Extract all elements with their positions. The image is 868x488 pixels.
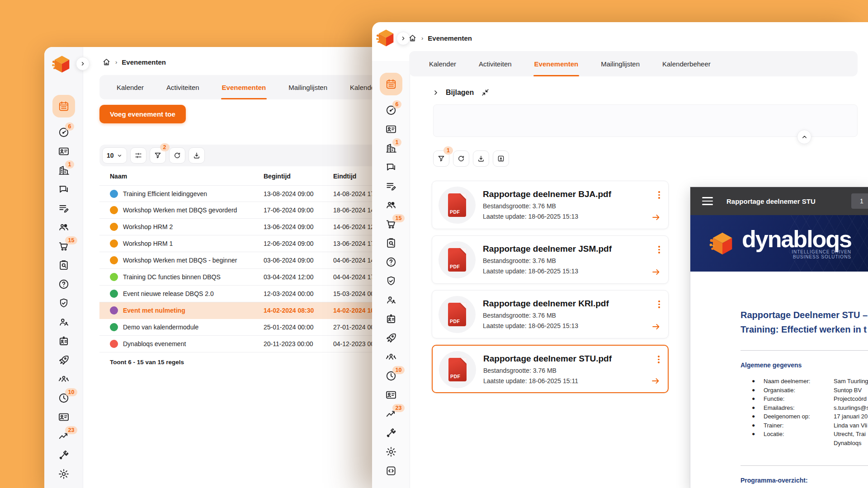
attachments-drop-area[interactable] bbox=[433, 104, 858, 137]
col-naam[interactable]: Naam bbox=[110, 173, 264, 180]
sidebar-item-gear[interactable] bbox=[385, 446, 397, 458]
attachment-card[interactable]: PDFRapportage deelnemer STU.pdfBestandsg… bbox=[432, 345, 669, 393]
col-begintijd[interactable]: Begintijd bbox=[264, 173, 333, 180]
sidebar-item-contact-card[interactable] bbox=[58, 145, 70, 157]
sidebar-item-code-box[interactable] bbox=[385, 465, 397, 477]
attachment-card[interactable]: PDFRapportage deelnemer KRI.pdfBestandsg… bbox=[432, 290, 669, 338]
sidebar-item-contact-card-2[interactable] bbox=[58, 411, 70, 423]
sidebar-item-shield-check[interactable] bbox=[58, 297, 70, 309]
breadcrumb-separator-icon: › bbox=[421, 35, 423, 42]
contact-card-2-icon bbox=[58, 411, 70, 423]
refresh-button[interactable] bbox=[169, 147, 185, 164]
sidebar-item-id-badge[interactable] bbox=[58, 335, 70, 347]
collapse-panel-button[interactable] bbox=[797, 130, 811, 144]
kebab-menu-icon[interactable] bbox=[658, 191, 660, 199]
filter-button[interactable]: 2 bbox=[150, 147, 166, 164]
sidebar-item-people[interactable] bbox=[385, 199, 397, 211]
files-toolbar: 1 bbox=[433, 148, 509, 169]
sidebar-item-id-badge[interactable] bbox=[385, 313, 397, 325]
event-name: Demo van kalendermodule bbox=[123, 324, 198, 331]
sidebar-item-contact-card-2[interactable] bbox=[385, 389, 397, 401]
collapse-section-icon[interactable] bbox=[481, 88, 490, 97]
sidebar-item-rocket[interactable] bbox=[58, 354, 70, 366]
sidebar-item-question[interactable] bbox=[385, 256, 397, 268]
sidebar-item-clock[interactable]: 10 bbox=[385, 370, 397, 382]
sidebar-item-gauge[interactable]: 6 bbox=[58, 127, 70, 138]
add-event-button[interactable]: Voeg evenement toe bbox=[99, 105, 186, 123]
attachment-card[interactable]: PDFRapportage deelnemer JSM.pdfBestandsg… bbox=[432, 235, 669, 284]
sidebar-item-cart[interactable]: 15 bbox=[58, 240, 70, 252]
sidebar-item-gauge[interactable]: 6 bbox=[385, 104, 397, 116]
menu-icon[interactable] bbox=[702, 197, 713, 205]
sidebar-item-chat[interactable] bbox=[385, 161, 397, 173]
open-file-arrow-icon[interactable] bbox=[651, 267, 661, 277]
archive-download-button[interactable] bbox=[493, 150, 509, 167]
detail-row: ●Naam deelnemer:Sam Tuurlings bbox=[752, 377, 868, 386]
sidebar-item-rocket[interactable] bbox=[385, 332, 397, 344]
event-start: 13-08-2024 09:00 bbox=[264, 190, 333, 197]
bullet: ● bbox=[752, 377, 764, 386]
page-size-select[interactable]: 10 bbox=[102, 147, 127, 164]
file-updated: Laatste update: 18-06-2025 15:11 bbox=[483, 377, 668, 385]
sidebar-item-people[interactable] bbox=[58, 221, 70, 233]
open-file-arrow-icon[interactable] bbox=[651, 376, 660, 386]
download-button[interactable] bbox=[189, 147, 205, 164]
sidebar-item-list-edit[interactable] bbox=[58, 202, 70, 214]
open-file-arrow-icon[interactable] bbox=[651, 212, 661, 222]
download-icon bbox=[477, 155, 485, 163]
tab-evenementen[interactable]: Evenementen bbox=[533, 51, 580, 76]
event-color-dot bbox=[110, 340, 118, 348]
sidebar-item-user-group[interactable] bbox=[58, 316, 70, 328]
window-event-detail: 61151023 › Evenementen KalenderActivitei… bbox=[372, 22, 868, 488]
page-number[interactable]: 1 bbox=[851, 193, 868, 209]
tab-kalender[interactable]: Kalender bbox=[116, 75, 145, 99]
tab-kalender[interactable]: Kalender bbox=[428, 51, 457, 76]
sidebar-item-user-group[interactable] bbox=[385, 294, 397, 306]
sidebar-expand-button[interactable] bbox=[76, 57, 90, 70]
sidebar-item-clock[interactable]: 10 bbox=[58, 392, 70, 404]
sidebar-item-list-edit[interactable] bbox=[385, 180, 397, 192]
open-file-arrow-icon[interactable] bbox=[651, 322, 661, 332]
tab-mailinglijsten[interactable]: Mailinglijsten bbox=[288, 75, 328, 99]
sidebar-item-shield-check[interactable] bbox=[385, 275, 397, 287]
kebab-menu-icon[interactable] bbox=[658, 300, 660, 308]
sidebar-item-question[interactable] bbox=[58, 278, 70, 290]
home-icon[interactable] bbox=[408, 34, 417, 42]
filter-button[interactable]: 1 bbox=[433, 150, 449, 167]
sidebar-item-clipboard-search[interactable] bbox=[385, 237, 397, 249]
chevron-right-icon[interactable] bbox=[432, 89, 439, 96]
download-button[interactable] bbox=[473, 150, 489, 167]
sidebar-item-calendar[interactable] bbox=[380, 73, 402, 95]
shield-check-icon bbox=[58, 297, 70, 309]
tab-kalenderbeheer[interactable]: Kalenderbeheer bbox=[661, 51, 712, 76]
sidebar-item-building[interactable]: 1 bbox=[385, 142, 397, 154]
kebab-menu-icon[interactable] bbox=[658, 356, 660, 363]
sidebar-item-gear[interactable] bbox=[58, 468, 70, 480]
badge: 23 bbox=[392, 404, 405, 412]
detail-label: Trainer: bbox=[764, 421, 834, 430]
tab-activiteiten[interactable]: Activiteiten bbox=[165, 75, 200, 99]
tab-mailinglijsten[interactable]: Mailinglijsten bbox=[600, 51, 641, 76]
refresh-button[interactable] bbox=[453, 150, 469, 167]
event-name: Workshop HRM 2 bbox=[123, 223, 173, 230]
sidebar-item-clipboard-search[interactable] bbox=[58, 259, 70, 271]
sidebar-item-calendar[interactable] bbox=[52, 95, 75, 117]
bullet: ● bbox=[752, 394, 764, 404]
tab-evenementen[interactable]: Evenementen bbox=[221, 75, 267, 99]
home-icon[interactable] bbox=[102, 58, 111, 66]
tab-activiteiten[interactable]: Activiteiten bbox=[478, 51, 513, 76]
columns-settings-button[interactable] bbox=[130, 147, 146, 164]
sidebar-item-trend[interactable]: 23 bbox=[385, 408, 397, 420]
sidebar-item-trend[interactable]: 23 bbox=[58, 430, 70, 442]
attachment-card[interactable]: PDFRapportage deelnemer BJA.pdfBestandsg… bbox=[432, 181, 669, 229]
sidebar-item-tools[interactable] bbox=[58, 449, 70, 461]
sidebar-item-building[interactable]: 1 bbox=[58, 164, 70, 176]
sidebar-item-team[interactable] bbox=[58, 373, 70, 385]
sidebar-item-contact-card[interactable] bbox=[385, 123, 397, 135]
kebab-menu-icon[interactable] bbox=[658, 246, 660, 253]
sidebar-item-chat[interactable] bbox=[58, 183, 70, 195]
bijlagen-section-header[interactable]: Bijlagen bbox=[432, 88, 490, 97]
sidebar-item-cart[interactable]: 15 bbox=[385, 218, 397, 230]
sidebar-item-tools[interactable] bbox=[385, 427, 397, 439]
sidebar-item-team[interactable] bbox=[385, 351, 397, 363]
